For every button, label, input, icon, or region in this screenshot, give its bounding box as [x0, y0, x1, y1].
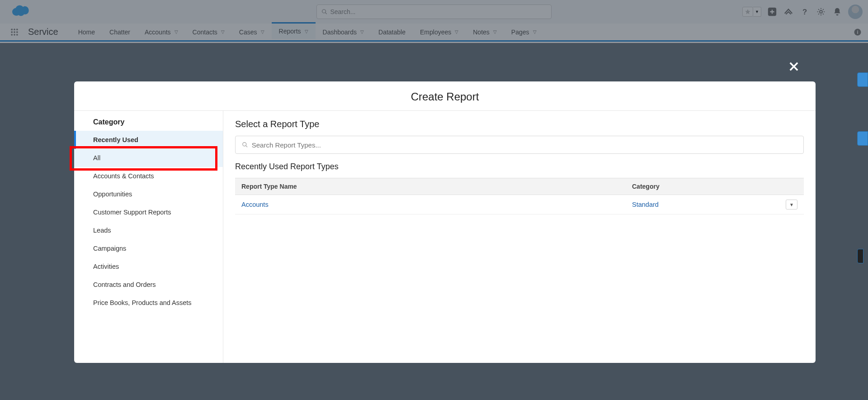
side-dock	[857, 72, 868, 263]
nav-item-notes[interactable]: Notes▽	[466, 24, 504, 40]
setup-gear-icon[interactable]	[816, 6, 826, 17]
nav-item-label: Dashboards	[323, 29, 357, 36]
category-item[interactable]: Activities	[74, 257, 223, 276]
row-actions-dropdown[interactable]: ▼	[786, 200, 797, 210]
svg-line-17	[246, 146, 247, 147]
category-item[interactable]: Campaigns	[74, 239, 223, 257]
category-item[interactable]: Contracts and Orders	[74, 276, 223, 294]
category-item[interactable]: All	[74, 149, 223, 167]
nav-item-dashboards[interactable]: Dashboards▽	[316, 24, 372, 40]
create-report-modal: Create Report Category Recently UsedAllA…	[74, 81, 816, 363]
nav-item-accounts[interactable]: Accounts▽	[137, 24, 185, 40]
salesforce-app-icon[interactable]	[783, 6, 794, 17]
svg-point-12	[14, 33, 15, 35]
report-type-category: Standard	[626, 195, 779, 214]
user-avatar[interactable]	[848, 5, 863, 19]
add-icon[interactable]	[767, 6, 778, 17]
report-type-table: Report Type Name Category AccountsStanda…	[235, 178, 804, 214]
modal-close-button[interactable]	[788, 60, 800, 76]
app-nav: Service HomeChatterAccounts▽Contacts▽Cas…	[0, 24, 868, 42]
favorite-button[interactable]	[742, 7, 753, 17]
table-row[interactable]: AccountsStandard▼	[235, 195, 804, 214]
svg-point-0	[322, 10, 326, 13]
svg-text:i: i	[857, 29, 859, 34]
svg-point-6	[14, 29, 15, 30]
nav-item-contacts[interactable]: Contacts▽	[185, 24, 232, 40]
category-heading: Category	[74, 111, 223, 131]
global-header: ▼ ?	[0, 0, 868, 24]
nav-item-label: Datatable	[378, 29, 406, 36]
category-item[interactable]: Accounts & Contacts	[74, 167, 223, 185]
row-actions-cell: ▼	[779, 195, 804, 214]
chevron-down-icon[interactable]: ▽	[261, 29, 264, 34]
nav-item-label: Accounts	[145, 29, 171, 36]
category-item[interactable]: Recently Used	[74, 131, 223, 149]
recently-used-heading: Recently Used Report Types	[235, 162, 804, 171]
side-tab-2[interactable]	[857, 131, 868, 146]
col-report-type-name: Report Type Name	[235, 178, 626, 195]
chevron-down-icon[interactable]: ▽	[493, 29, 497, 34]
nav-item-label: Chatter	[109, 29, 130, 36]
svg-point-8	[11, 31, 13, 33]
category-item[interactable]: Leads	[74, 221, 223, 239]
col-actions	[779, 178, 804, 195]
chevron-down-icon[interactable]: ▽	[305, 29, 308, 34]
report-type-name[interactable]: Accounts	[235, 195, 626, 214]
nav-item-chatter[interactable]: Chatter	[102, 24, 137, 40]
svg-point-13	[16, 33, 18, 35]
nav-item-label: Notes	[473, 29, 490, 36]
nav-item-label: Cases	[239, 29, 257, 36]
nav-item-cases[interactable]: Cases▽	[232, 24, 272, 40]
chevron-down-icon[interactable]: ▽	[360, 29, 364, 34]
category-item[interactable]: Price Books, Products and Assets	[74, 294, 223, 312]
svg-point-7	[16, 29, 18, 30]
chevron-down-icon[interactable]: ▽	[175, 29, 178, 34]
app-launcher-icon[interactable]	[10, 28, 19, 37]
nav-item-label: Home	[78, 29, 95, 36]
report-type-search[interactable]	[235, 136, 804, 154]
app-name: Service	[28, 27, 58, 37]
chevron-down-icon[interactable]: ▽	[221, 29, 225, 34]
report-type-search-input[interactable]	[252, 141, 797, 149]
global-search[interactable]	[316, 5, 552, 19]
notifications-bell-icon[interactable]	[832, 6, 843, 17]
modal-title: Create Report	[74, 81, 816, 111]
global-search-input[interactable]	[330, 8, 547, 15]
chevron-down-icon[interactable]: ▽	[455, 29, 458, 34]
nav-item-label: Pages	[511, 29, 529, 36]
col-category: Category	[626, 178, 779, 195]
nav-item-label: Contacts	[193, 29, 217, 36]
category-sidebar: Category Recently UsedAllAccounts & Cont…	[74, 111, 223, 363]
nav-item-reports[interactable]: Reports▽	[272, 22, 316, 39]
salesforce-logo	[10, 5, 31, 19]
favorite-dropdown[interactable]: ▼	[753, 7, 761, 17]
search-icon	[242, 142, 248, 148]
nav-item-label: Employees	[420, 29, 451, 36]
search-icon	[321, 9, 327, 15]
category-item[interactable]: Customer Support Reports	[74, 203, 223, 221]
nav-item-pages[interactable]: Pages▽	[504, 24, 544, 40]
nav-item-home[interactable]: Home	[71, 24, 102, 40]
svg-point-10	[16, 31, 18, 33]
svg-point-9	[14, 31, 15, 33]
svg-point-11	[11, 33, 13, 35]
nav-item-datatable[interactable]: Datatable	[371, 24, 413, 40]
chevron-down-icon[interactable]: ▽	[533, 29, 537, 34]
svg-text:?: ?	[802, 8, 807, 16]
side-tab-1[interactable]	[857, 72, 868, 87]
nav-info-icon[interactable]: i	[854, 28, 862, 36]
category-item[interactable]: Opportunities	[74, 185, 223, 203]
side-tab-3[interactable]	[857, 249, 863, 263]
select-report-type-heading: Select a Report Type	[235, 119, 804, 129]
nav-item-employees[interactable]: Employees▽	[413, 24, 466, 40]
svg-point-5	[11, 29, 13, 30]
svg-point-4	[820, 10, 822, 13]
svg-point-16	[243, 143, 246, 146]
help-icon[interactable]: ?	[799, 6, 810, 17]
svg-line-1	[325, 13, 326, 14]
nav-item-label: Reports	[279, 28, 301, 35]
